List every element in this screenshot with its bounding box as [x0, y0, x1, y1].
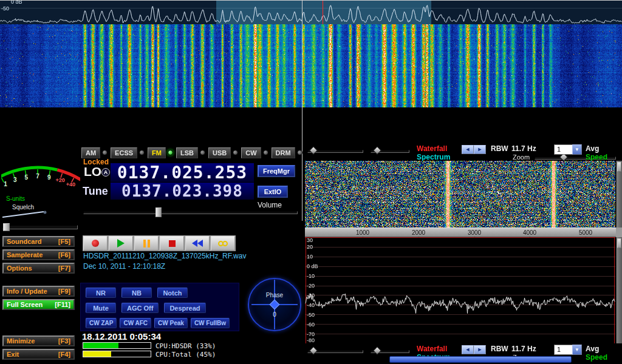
samplerate-key: [F6]: [58, 251, 70, 258]
right-spectrum-panel: [305, 237, 615, 343]
main-spectrum-display[interactable]: [0, 0, 622, 24]
lo-lock-badge[interactable]: A: [101, 168, 110, 177]
stop-button[interactable]: [160, 236, 184, 251]
waterfall-contrast-slider-thumb[interactable]: [309, 146, 318, 155]
tune-frequency-display[interactable]: 0137.023.398: [110, 182, 255, 200]
fullscreen-key: [F11]: [55, 301, 70, 308]
speed-label: Speed: [586, 153, 607, 161]
db-tick: -20: [307, 283, 315, 289]
volume-slider-thumb[interactable]: [156, 207, 162, 217]
db-tick: -50: [307, 312, 315, 318]
soundcard-button[interactable]: Soundcard [F5]: [2, 236, 75, 247]
spectrum-tab[interactable]: Spectrum: [417, 153, 450, 161]
waterfall-offset-thumb[interactable]: [617, 162, 621, 172]
cpu-total-text: CPU:Total (45%): [156, 351, 216, 359]
squelch-slider-track[interactable]: [2, 225, 78, 229]
exit-button[interactable]: Exit [F4]: [2, 349, 75, 360]
waterfall-tab-bottom[interactable]: Waterfall: [417, 345, 447, 353]
lo-frequency-display[interactable]: 0137.025.253: [110, 163, 255, 183]
stop-icon: [169, 240, 176, 247]
cw-afc-button[interactable]: CW AFC: [120, 318, 151, 328]
notch-button[interactable]: Notch: [157, 288, 188, 298]
minimize-label: Minimize: [7, 337, 35, 345]
mode-am-button[interactable]: AM: [81, 147, 100, 158]
avg-dropdown-arrow-bottom[interactable]: ▼: [572, 345, 582, 355]
right-frequency-scale: 1000 2000 3000 4000 5000: [305, 228, 616, 237]
waterfall-brightness-slider-thumb[interactable]: [373, 146, 381, 155]
db-tick: 30: [307, 237, 313, 243]
spectrum-offset-slider[interactable]: [616, 237, 622, 343]
db-tick: -60: [307, 322, 315, 328]
rbw-increase-button[interactable]: ►: [474, 145, 486, 154]
waterfall-contrast-slider-thumb-bottom[interactable]: [309, 346, 318, 355]
zoom-range-bar[interactable]: [389, 356, 572, 363]
db-tick: 10: [307, 254, 313, 260]
despread-button[interactable]: Despread: [164, 303, 205, 313]
phase-label: Phase: [246, 292, 303, 298]
avg-dropdown-arrow[interactable]: ▼: [572, 144, 582, 155]
minimize-button[interactable]: Minimize [F3]: [2, 335, 75, 346]
play-icon: [117, 239, 125, 248]
volume-slider-track[interactable]: [83, 211, 298, 214]
nb-button[interactable]: NB: [121, 288, 152, 298]
squelch-slider-thumb[interactable]: [3, 223, 10, 231]
nr-button[interactable]: NR: [86, 288, 116, 298]
cw-peak-button[interactable]: CW Peak: [154, 318, 188, 328]
waterfall-offset-slider[interactable]: [616, 161, 622, 228]
mode-fm-button[interactable]: FM: [148, 147, 166, 158]
extio-button[interactable]: ExtIO: [258, 186, 288, 198]
phase-dial[interactable]: Phase 0: [246, 276, 303, 337]
mode-drm-button[interactable]: DRM: [272, 147, 295, 158]
right-frequency-tick: 5000: [579, 229, 592, 236]
zoomed-waterfall-display[interactable]: [305, 161, 615, 228]
freqmgr-button[interactable]: FreqMgr: [258, 165, 295, 177]
record-button[interactable]: [83, 236, 108, 251]
avg-dropdown-value: 1: [554, 144, 572, 155]
zoomed-spectrum-display[interactable]: [305, 237, 615, 343]
agc-button[interactable]: AGC Off: [121, 303, 159, 313]
mode-usb-button[interactable]: USB: [208, 147, 231, 158]
s-meter-tick-9: 9: [47, 174, 51, 181]
s-meter-tick-40: +40: [66, 181, 75, 187]
rbw-decrease-button-bottom[interactable]: ◄: [462, 345, 474, 354]
waterfall-brightness-slider-thumb-bottom[interactable]: [373, 346, 381, 355]
mode-fm-led: [168, 150, 173, 155]
s-units-label: S-units: [6, 195, 25, 202]
cpu-total-bar: [83, 351, 151, 357]
avg-dropdown[interactable]: 1 ▼: [554, 144, 582, 155]
rbw-increase-button-bottom[interactable]: ►: [474, 345, 486, 354]
waterfall-tab[interactable]: Waterfall: [417, 144, 447, 153]
options-button[interactable]: Options [F7]: [2, 263, 75, 274]
mute-button[interactable]: Mute: [86, 303, 116, 313]
hdsdr-window: 137000 137005 137010 137015 137020 13702…: [0, 0, 622, 364]
rbw-decrease-button[interactable]: ◄: [462, 145, 474, 154]
fullscreen-label: Full Screen: [7, 301, 43, 308]
right-controls-bottom: Waterfall Spectrum ◄ ► RBW 11.7 Hz Zoom …: [302, 343, 622, 364]
datetime-display: 18.12.2011 0:05:34: [82, 331, 161, 342]
mode-ecss-button[interactable]: ECSS: [111, 147, 137, 158]
fullscreen-button[interactable]: Full Screen [F11]: [2, 299, 75, 310]
cw-fullbw-button[interactable]: CW FullBw: [191, 318, 230, 328]
cpu-total-fill: [83, 351, 111, 357]
rewind-button[interactable]: [185, 236, 210, 251]
rbw-spinner: ◄ ►: [462, 145, 486, 154]
speed-label-bottom: Speed: [586, 353, 607, 362]
rbw-value: 11.7 Hz: [511, 144, 536, 153]
play-button[interactable]: [109, 236, 133, 251]
cw-zap-button[interactable]: CW ZAP: [86, 318, 117, 328]
mode-am-led: [102, 150, 108, 155]
info-update-button[interactable]: Info / Update [F9]: [2, 286, 75, 297]
loop-button[interactable]: [211, 236, 235, 251]
mode-cw-button[interactable]: CW: [241, 147, 261, 158]
spectrum-offset-thumb[interactable]: [617, 238, 621, 248]
exit-label: Exit: [7, 351, 19, 358]
avg-dropdown-bottom[interactable]: 1 ▼: [554, 345, 582, 355]
mode-lsb-button[interactable]: LSB: [176, 147, 198, 158]
samplerate-label: Samplerate: [7, 251, 43, 258]
s-meter-tick-20: +20: [55, 177, 64, 183]
mode-row: AM ECSS FM LSB USB CW DRM: [81, 147, 304, 158]
s-meter-tick-5: 5: [24, 174, 28, 181]
avg-label-bottom: Avg: [586, 345, 599, 353]
pause-button[interactable]: [134, 236, 159, 251]
samplerate-button[interactable]: Samplerate [F6]: [2, 249, 75, 260]
